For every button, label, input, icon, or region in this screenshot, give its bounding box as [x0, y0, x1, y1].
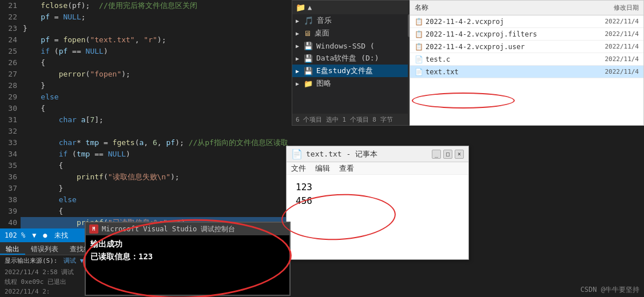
watermark: CSDN @牛牛要坚持	[581, 285, 639, 295]
c-icon-3: 📄	[415, 55, 423, 63]
code-line-26: {	[21, 57, 292, 69]
debug-body: 输出成功 已读取信息：123	[86, 235, 289, 295]
code-line-23: }	[21, 23, 292, 34]
notepad-window[interactable]: 📄 text.txt - 记事本 _ □ × 文件 编辑 查看 123 456	[286, 146, 469, 260]
explorer-item-music[interactable]: ▶ 🎵 音乐	[292, 14, 411, 27]
file-name-3: test.c	[426, 55, 450, 63]
explorer-footer: 6 个项目 选中 1 个项目 8 字节	[292, 114, 411, 125]
col-name-header: 名称	[410, 3, 586, 13]
code-line-22: pf = NULL;	[21, 11, 292, 23]
code-line-31: char a[7];	[21, 114, 292, 126]
notepad-menu-file[interactable]: 文件	[291, 163, 306, 174]
file-name-1: 2022-11-4-2.vcxproj.filters	[426, 30, 537, 38]
file-name-2: 2022-11-4-2.vcxproj.user	[426, 43, 524, 51]
notepad-menu-edit[interactable]: 编辑	[315, 163, 330, 174]
notepad-menu-view[interactable]: 查看	[339, 163, 354, 174]
explorer-item-data-drive[interactable]: ▶ 💾 Data软件盘 (D:)	[292, 52, 411, 65]
maximize-button[interactable]: □	[443, 150, 452, 159]
code-line-32	[21, 126, 292, 137]
code-editor: 21 22 23 24 25 26 27 28 29 30 31 32 33 3…	[0, 0, 292, 234]
minimize-button[interactable]: _	[432, 150, 441, 159]
code-line-24: pf = fopen("text.txt", "r");	[21, 34, 292, 46]
file-list-header: 名称 修改日期	[410, 1, 643, 15]
code-line-37: }	[21, 183, 292, 194]
file-row-3[interactable]: 📄 test.c 2022/11/4	[410, 53, 643, 66]
debug-output-0: 输出成功	[90, 238, 285, 250]
line-numbers: 21 22 23 24 25 26 27 28 29 30 31 32 33 3…	[0, 0, 21, 234]
output-source-dropdown[interactable]: 调试 ▼	[63, 257, 84, 264]
file-name-0: 2022-11-4-2.vcxproj	[426, 18, 504, 26]
file-row-0[interactable]: 📋 2022-11-4-2.vcxproj 2022/11/4	[410, 15, 643, 28]
code-line-35: {	[21, 160, 292, 171]
code-line-25: □ if (pf == NULL)	[21, 46, 292, 57]
file-date-2: 2022/11/4	[586, 43, 643, 50]
debug-title-bar: M Microsoft Visual Studio 调试控制台	[86, 223, 289, 235]
notepad-app-icon: 📄	[291, 148, 303, 159]
code-line-34: □ if (tmp == NULL)	[21, 148, 292, 160]
notepad-line-2: 456	[296, 194, 459, 208]
file-date-0: 2022/11/4	[586, 18, 643, 25]
code-line-28: }	[21, 80, 292, 91]
debug-console: M Microsoft Visual Studio 调试控制台 输出成功 已读取…	[85, 222, 291, 296]
file-date-3: 2022/11/4	[586, 55, 643, 63]
explorer-header: 📁 ▲	[292, 1, 411, 14]
explorer-item-other[interactable]: ▶ 📁 图略	[292, 77, 411, 90]
file-row-1[interactable]: 📋 2022-11-4-2.vcxproj.filters 2022/11/4	[410, 28, 643, 41]
code-line-27: perror("fopen");	[21, 69, 292, 80]
debug-icon: M	[89, 224, 98, 234]
tab-errors[interactable]: 错误列表	[25, 243, 64, 255]
debug-title-text: Microsoft Visual Studio 调试控制台	[102, 224, 235, 234]
explorer-title: ▲	[308, 3, 312, 11]
file-row-4[interactable]: 📄 text.txt 2022/11/4	[410, 66, 643, 78]
explorer-item-desktop[interactable]: ▶ 🖥 桌面	[292, 27, 411, 39]
notepad-titlebar: 📄 text.txt - 记事本 _ □ ×	[287, 146, 468, 162]
proj-icon-2: 📋	[415, 43, 423, 51]
code-line-21: fclose(pf); //使用完后将文件信息区关闭	[21, 0, 292, 11]
code-line-39: {	[21, 206, 292, 217]
close-button[interactable]: ×	[455, 150, 464, 159]
zoom-level[interactable]: 102 %	[5, 231, 25, 239]
explorer-item-e-drive[interactable]: ▶ 💾 E盘study文件盘	[292, 65, 411, 77]
file-explorer[interactable]: 📁 ▲ ▶ 🎵 音乐 ▶ 🖥 桌面 ▶ 💾 Windows-SSD ( ▶ 💾 …	[292, 0, 412, 126]
code-content[interactable]: fclose(pf); //使用完后将文件信息区关闭 pf = NULL; } …	[21, 0, 292, 234]
proj-icon-1: 📋	[415, 30, 423, 38]
notepad-controls[interactable]: _ □ ×	[432, 150, 464, 159]
notepad-body[interactable]: 123 456	[287, 175, 468, 259]
notepad-title: text.txt - 记事本	[306, 149, 428, 159]
txt-icon-4: 📄	[415, 68, 423, 76]
code-line-33: char* tmp = fgets(a, 6, pf); //从pf指向的文件信…	[21, 137, 292, 148]
tab-output[interactable]: 输出	[0, 243, 25, 255]
build-status: 未找	[54, 231, 68, 240]
code-line-30: {	[21, 103, 292, 114]
code-line-29: else	[21, 91, 292, 103]
file-name-4: text.txt	[426, 68, 459, 76]
svg-text:M: M	[93, 227, 96, 232]
notepad-menu: 文件 编辑 查看	[287, 162, 468, 175]
debug-output-1: 已读取信息：123	[90, 250, 285, 263]
file-date-4: 2022/11/4	[586, 68, 643, 75]
col-date-header: 修改日期	[586, 3, 643, 12]
explorer-item-windows-ssd[interactable]: ▶ 💾 Windows-SSD (	[292, 39, 411, 52]
proj-icon-0: 📋	[415, 18, 423, 26]
notepad-line-1: 123	[296, 180, 459, 194]
file-date-1: 2022/11/4	[586, 30, 643, 38]
file-list[interactable]: 名称 修改日期 📋 2022-11-4-2.vcxproj 2022/11/4 …	[410, 0, 644, 126]
code-line-38: else	[21, 194, 292, 206]
code-line-36: printf("读取信息失败\n");	[21, 171, 292, 183]
file-row-2[interactable]: 📋 2022-11-4-2.vcxproj.user 2022/11/4	[410, 41, 643, 53]
